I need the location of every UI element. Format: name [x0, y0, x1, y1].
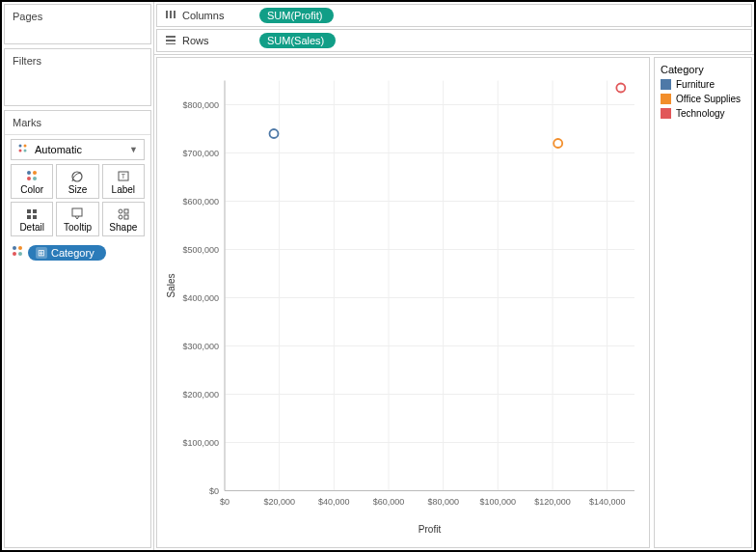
tooltip-icon	[69, 207, 85, 220]
pages-title: Pages	[5, 5, 150, 28]
chevron-down-icon: ▼	[129, 145, 138, 154]
right-area: Columns SUM(Profit) Rows SUM(Sales) $0$1…	[154, 2, 754, 550]
legend-item-label: Furniture	[676, 79, 715, 90]
svg-text:$700,000: $700,000	[182, 149, 219, 158]
svg-text:$300,000: $300,000	[182, 342, 219, 351]
filters-title: Filters	[5, 49, 150, 72]
svg-rect-12	[33, 209, 37, 213]
legend-swatch	[661, 94, 671, 104]
rows-pill-label: SUM(Sales)	[267, 35, 324, 46]
svg-text:$200,000: $200,000	[182, 390, 219, 400]
detail-icon	[24, 207, 40, 220]
shape-icon	[116, 207, 131, 220]
legend-item-label: Office Supplies	[676, 94, 741, 104]
svg-text:$20,000: $20,000	[263, 497, 295, 507]
rows-icon	[163, 35, 178, 46]
svg-text:$600,000: $600,000	[182, 197, 219, 207]
svg-text:$500,000: $500,000	[182, 245, 219, 255]
rows-label: Rows	[182, 35, 259, 46]
svg-point-5	[33, 171, 37, 175]
svg-text:$120,000: $120,000	[534, 497, 571, 507]
legend-swatch	[661, 108, 671, 119]
svg-point-18	[119, 215, 122, 219]
svg-text:$400,000: $400,000	[182, 293, 219, 303]
svg-rect-11	[27, 209, 31, 213]
svg-text:$80,000: $80,000	[427, 497, 459, 507]
svg-point-0	[19, 145, 22, 148]
svg-point-3	[24, 150, 27, 152]
svg-rect-17	[124, 209, 128, 213]
svg-rect-15	[72, 208, 82, 216]
svg-point-23	[18, 252, 22, 256]
pill-grid-icon: ⊞	[36, 247, 47, 259]
svg-text:$0: $0	[209, 486, 219, 496]
detail-card[interactable]: Detail	[11, 202, 53, 236]
marks-panel: Marks Automatic ▼ Color Size T	[4, 110, 151, 548]
columns-shelf[interactable]: Columns SUM(Profit)	[156, 4, 752, 27]
svg-rect-25	[170, 11, 172, 18]
svg-text:Profit: Profit	[418, 524, 442, 535]
automatic-icon	[17, 143, 29, 156]
legend-swatch	[661, 79, 671, 90]
size-card[interactable]: Size	[56, 164, 98, 199]
legend-title: Category	[661, 64, 745, 75]
shape-card[interactable]: Shape	[102, 202, 145, 236]
svg-point-21	[18, 246, 22, 250]
svg-rect-13	[27, 215, 31, 219]
rows-pill[interactable]: SUM(Sales)	[259, 33, 336, 48]
marks-title: Marks	[5, 111, 150, 135]
svg-text:T: T	[122, 173, 126, 179]
svg-rect-27	[166, 36, 176, 38]
svg-text:Sales: Sales	[166, 273, 176, 297]
svg-point-2	[19, 150, 22, 152]
marktype-label: Automatic	[35, 144, 82, 155]
svg-text:$100,000: $100,000	[480, 497, 517, 507]
label-icon: T	[116, 169, 131, 182]
rows-shelf[interactable]: Rows SUM(Sales)	[156, 29, 752, 52]
legend-item[interactable]: Office Supplies	[661, 94, 745, 104]
marks-pill-row: ⊞ Category	[11, 244, 145, 262]
legend-item[interactable]: Technology	[661, 108, 745, 119]
category-pill[interactable]: ⊞ Category	[28, 245, 106, 261]
color-icon	[24, 169, 40, 182]
color-shelf-icon	[11, 244, 24, 262]
data-point[interactable]	[270, 129, 279, 138]
columns-pill[interactable]: SUM(Profit)	[259, 8, 334, 23]
left-sidebar: Pages Filters Marks Automatic ▼ Color	[2, 2, 154, 550]
svg-point-4	[27, 171, 31, 175]
legend-panel: Category FurnitureOffice SuppliesTechnol…	[654, 57, 752, 548]
svg-text:$800,000: $800,000	[182, 100, 219, 110]
filters-panel[interactable]: Filters	[4, 48, 151, 106]
size-icon	[69, 169, 85, 182]
viz-row: $0$100,000$200,000$300,000$400,000$500,0…	[154, 55, 754, 550]
columns-pill-label: SUM(Profit)	[267, 10, 322, 21]
pages-panel[interactable]: Pages	[4, 4, 151, 44]
data-point[interactable]	[554, 139, 562, 148]
svg-rect-19	[124, 215, 128, 219]
category-pill-label: Category	[51, 247, 94, 259]
svg-rect-14	[33, 215, 37, 219]
legend-item-label: Technology	[676, 108, 725, 119]
label-card[interactable]: T Label	[102, 164, 145, 199]
svg-text:$60,000: $60,000	[373, 497, 405, 507]
columns-label: Columns	[182, 10, 259, 21]
svg-text:$0: $0	[220, 497, 230, 507]
color-card[interactable]: Color	[11, 164, 53, 199]
svg-point-1	[24, 145, 27, 148]
scatter-chart: $0$100,000$200,000$300,000$400,000$500,0…	[157, 58, 649, 547]
svg-text:$140,000: $140,000	[589, 497, 626, 507]
chart-canvas[interactable]: $0$100,000$200,000$300,000$400,000$500,0…	[156, 57, 650, 548]
shelves: Columns SUM(Profit) Rows SUM(Sales)	[154, 2, 754, 55]
marks-cards: Color Size T Label Detail Tooltip	[11, 164, 145, 236]
columns-icon	[163, 10, 178, 21]
tooltip-card[interactable]: Tooltip	[56, 202, 98, 236]
legend-item[interactable]: Furniture	[661, 79, 745, 90]
svg-rect-24	[166, 11, 168, 18]
svg-point-20	[13, 246, 16, 250]
data-point[interactable]	[616, 84, 625, 93]
svg-rect-29	[166, 43, 176, 44]
marktype-dropdown[interactable]: Automatic ▼	[11, 139, 145, 160]
svg-point-22	[13, 252, 16, 256]
svg-point-6	[27, 177, 31, 180]
app-frame: Pages Filters Marks Automatic ▼ Color	[0, 0, 756, 552]
